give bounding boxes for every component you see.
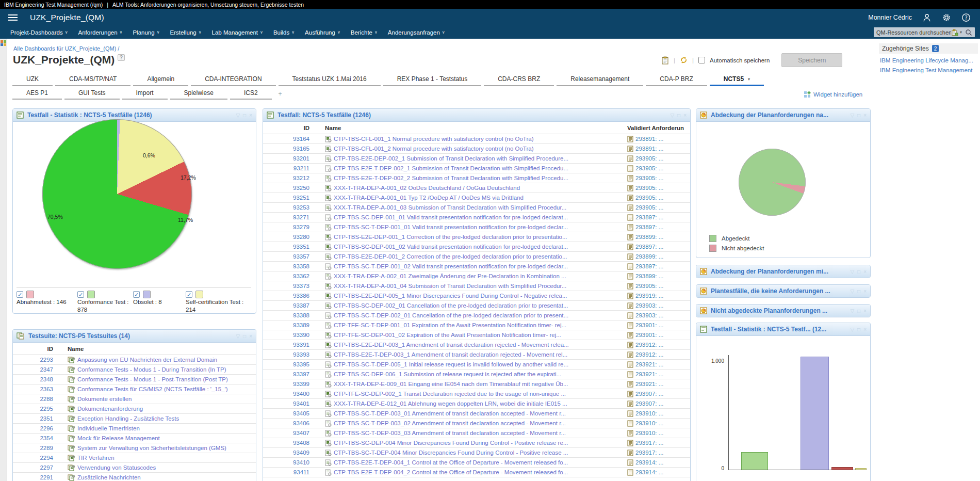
validated-requirement-link[interactable]: 293899: ... [627,234,690,241]
testcase-name-link[interactable]: CTP-TBS-SC-T-DEP-001_02 Valid transit pr… [325,263,627,270]
widget-controls[interactable]: ▽□× [236,333,252,339]
testcase-id-link[interactable]: 93390 [263,332,309,338]
testcase-id-link[interactable]: 93373 [263,283,309,289]
testsuite-name-link[interactable]: Conformance Tests - Modus 1 - During Tra… [68,366,256,373]
testsuite-id-link[interactable]: 2348 [13,376,53,382]
testcase-id-link[interactable]: 93271 [263,214,309,220]
validated-requirement-link[interactable]: 293897: ... [627,224,690,231]
validated-requirement-link[interactable]: 293910: ... [627,410,690,417]
search-scope-caret[interactable]: ▾ [960,30,962,35]
validated-requirement-link[interactable]: 293899: ... [627,273,690,280]
testsuite-id-link[interactable]: 2351 [13,415,53,422]
validated-requirement-link[interactable]: 293903: ... [627,312,690,319]
widget-controls[interactable]: ▽□× [850,327,867,332]
breadcrumb[interactable]: Alle Dashboards für UZK_Projekte_(QM) / [13,45,119,52]
testcase-name-link[interactable]: CTP-TBS-SC-DEP-004 Minor Discrepancies F… [325,440,627,446]
hamburger-menu-icon[interactable] [8,13,18,22]
testcase-id-link[interactable]: 93250 [263,185,309,191]
testcase-name-link[interactable]: CTP-TFE-SC-DEP-002_1 Transit Declaration… [325,391,627,397]
testcase-id-link[interactable]: 93410 [263,459,309,466]
testcase-row[interactable]: 93411CTP-TBS-E2E-T-DEP-004_2 Control at … [263,468,690,477]
testcase-id-link[interactable]: 93405 [263,410,309,416]
testsuite-row[interactable]: 2297Verwendung von Statuscodes [13,463,256,473]
nav-item[interactable]: Lab Management∨ [212,29,263,36]
widget-controls[interactable]: ▽□× [670,113,687,118]
legend-checkbox[interactable]: ✓ [17,291,23,298]
save-button[interactable]: Speichern [781,53,842,67]
testcase-name-link[interactable]: CTP-TFE-SC-DEP-001_02 Expiration of the … [325,332,627,339]
validated-requirement-link[interactable]: 293905: ... [627,204,690,211]
testcase-id-link[interactable]: 93406 [263,420,309,426]
tab-GUI Tests[interactable]: GUI Tests [64,88,119,100]
testsuite-id-link[interactable]: 2293 [13,357,53,363]
testsuite-name-link[interactable]: Zusätzliche Nachrichten [68,474,256,481]
testsuite-id-link[interactable]: 2289 [13,445,53,451]
validated-requirement-link[interactable]: 293897: ... [627,214,690,221]
testcase-name-link[interactable]: CTP-TBS-SC-DEP-001_02 Valid transit pres… [325,244,627,250]
tab-Releasemanagement[interactable]: Releasemanagement [557,74,643,86]
validated-requirement-link[interactable]: 293891: ... [627,146,690,152]
testcase-id-link[interactable]: 93357 [263,253,309,260]
testcase-id-link[interactable]: 93279 [263,224,309,230]
widget-controls[interactable]: ▽□× [236,113,252,118]
testcase-id-link[interactable]: 93401 [263,400,309,407]
validated-requirement-link[interactable]: 293907: ... [627,391,690,397]
title-help-icon[interactable]: ? [118,54,125,61]
testcase-row[interactable]: 93386CTP-TBS-E2E-DEP-005_1 Minor Discrep… [263,291,690,301]
testcase-row[interactable]: 93271CTP-TBS-SC-DEP-001_01 Valid transit… [263,213,690,222]
bar-red[interactable] [831,467,853,470]
testsuite-row[interactable]: 2295Dokumentenanforderung [13,404,256,414]
testcase-row[interactable]: 93250XXX-T-TRA-DEP-A-001_02 OoDes Deutsc… [263,183,690,193]
testcase-id-link[interactable]: 93362 [263,273,309,279]
validated-requirement-link[interactable]: 293905: ... [627,195,690,201]
testcase-name-link[interactable]: CTP-TBS-SC-T-DEP-002_01 Cancellation of … [325,312,627,319]
testcase-row[interactable]: 93211CTP-TBS-E2E-T-DEP-002_1 Submission … [263,164,690,173]
dashboard-grid-icon[interactable] [1,40,7,46]
validated-requirement-link[interactable]: 293907: ... [627,400,690,407]
collapsed-widget-header[interactable]: Plantestfälle, die keine Anforderungen .… [696,285,870,298]
testcase-name-link[interactable]: CTP-TBS-SC-DEP-002_01 Cancellation of th… [325,302,627,309]
widget-controls[interactable]: ▽□× [850,288,867,294]
widget-testfaelle-header[interactable]: Testfall: NCTS-5 Testfälle (1246) ▽□× [263,109,690,122]
testcase-name-link[interactable]: CTP-TBS-SC-T-DEP-003_03 Amendment of tra… [325,430,627,437]
nav-item[interactable]: Berichte∨ [351,29,378,36]
bar-purple[interactable] [801,357,829,470]
testsuite-row[interactable]: 2291Zusätzliche Nachrichten [13,473,256,481]
testcase-name-link[interactable]: CTP-TBS-E2E-DEP-001_2 Correction of the … [325,253,627,260]
testcase-row[interactable]: 93280CTP-TBS-E2E-DEP-001_1 Correction of… [263,232,690,242]
testcase-id-link[interactable]: 93388 [263,312,309,318]
testcase-id-link[interactable]: 93409 [263,450,309,456]
validated-requirement-link[interactable]: 293901: ... [627,322,690,329]
testcase-row[interactable]: 93212CTP-TBS-E2E-T-DEP-002_2 Submission … [263,173,690,183]
testcase-id-link[interactable]: 93408 [263,440,309,446]
collapsed-widget-header[interactable]: Nicht abgedeckte Plananforderungen ...▽□… [696,304,870,317]
widget-coverage-header[interactable]: Abdeckung der Plananforderungen na... ▽□… [696,109,870,122]
testcase-name-link[interactable]: XXX-T-TRA-DEP-A-001_01 Typ T2 /OoDep AT … [325,195,627,201]
tab-ICS2[interactable]: ICS2 [230,88,272,100]
widget-testfall-bar-header[interactable]: Testfall - Statistik : NCTS-5 Testf... (… [696,323,870,336]
search-scope-icon[interactable] [951,29,958,36]
testsuite-row[interactable]: 2351Exception Handling - Zusätzliche Tes… [13,414,256,424]
testsuite-name-link[interactable]: Anpassung von EU Nachrichten der Externa… [68,357,256,363]
testcase-row[interactable]: 93358CTP-TBS-SC-T-DEP-001_02 Valid trans… [263,262,690,271]
testcase-id-link[interactable]: 93251 [263,195,309,201]
testsuite-name-link[interactable]: Individuelle Timerfristen [68,425,256,432]
testcase-row[interactable]: 93407CTP-TBS-SC-T-DEP-003_03 Amendment o… [263,428,690,438]
nav-item[interactable]: Anforderungen∨ [78,29,123,36]
testsuite-id-link[interactable]: 2295 [13,406,53,412]
testcase-id-link[interactable]: 93164 [263,136,309,142]
tab-CDA-CRS BRZ[interactable]: CDA-CRS BRZ [484,74,554,86]
testcase-name-link[interactable]: CTP-TBS-E2E-DEP-005_1 Minor Discrepancie… [325,293,627,299]
testcase-row[interactable]: 93357CTP-TBS-E2E-DEP-001_2 Correction of… [263,252,690,262]
refresh-layout-icon[interactable] [680,56,688,64]
add-tab-button[interactable]: + [274,89,286,100]
testcase-name-link[interactable]: CTP-TBS-E2E-T-DEP-002_1 Submission of Tr… [325,165,627,172]
testcase-name-link[interactable]: XXX-T-TRA-DEP-E-009_01 Eingang eine IE05… [325,381,627,388]
testsuite-row[interactable]: 2296Individuelle Timerfristen [13,424,256,434]
testcase-name-link[interactable]: CTP-TBS-SC-DEP-001_01 Valid transit pres… [325,214,627,221]
testcase-name-link[interactable]: CTP-TBS-SC-T-DEP-003_01 Amendment of tra… [325,410,627,417]
testcase-id-link[interactable]: 93391 [263,342,309,348]
validated-requirement-link[interactable]: 293919: ... [627,293,690,299]
testsuite-name-link[interactable]: System zur Verwaltung von Sicherheitslei… [68,445,256,452]
validated-requirement-link[interactable]: 293917: ... [627,440,690,446]
